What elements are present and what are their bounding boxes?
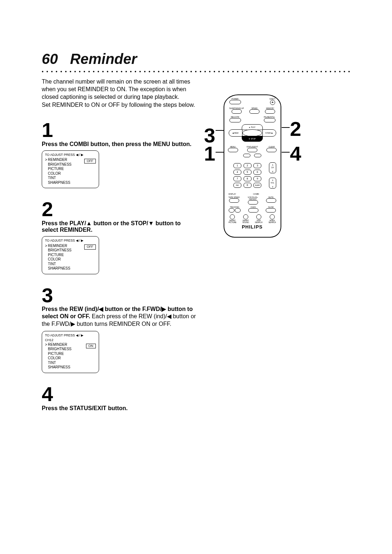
mute-button[interactable]: [266, 198, 276, 203]
step-2-number: 2: [42, 199, 350, 219]
sleep-button[interactable]: [232, 109, 242, 114]
callout-1: 1: [204, 142, 215, 165]
key-7[interactable]: 7: [233, 176, 241, 181]
tracking-down-button[interactable]: [229, 208, 234, 213]
dotted-rule: • • • • • • • • • • • • • • • • • • • • …: [42, 69, 350, 74]
key-1[interactable]: 1: [233, 163, 241, 168]
skip-search-button[interactable]: [256, 214, 261, 219]
osd-box-3: TO ADJUST PRESS ◀ / ▶ CH12 >REMINDER BRI…: [42, 331, 99, 373]
osd-item: BRIGHTNESS: [48, 162, 72, 166]
eject-button[interactable]: ⏏: [270, 100, 275, 105]
osd-item: SHARPNESS: [48, 365, 70, 369]
stop-button[interactable]: ▼ STOP: [242, 136, 263, 142]
step-2-text: Press the PLAY/▲ button or the STOP/▼ bu…: [42, 220, 198, 233]
key-0[interactable]: 0: [244, 183, 252, 188]
transport-center: [242, 129, 262, 137]
intro-paragraph-1: The channel number will remain on the sc…: [42, 78, 198, 101]
osd-item: SHARPNESS: [48, 266, 70, 270]
osd-item: TINT: [48, 361, 56, 365]
step-1-number: 1: [42, 120, 350, 140]
tracking-up-button[interactable]: [235, 208, 241, 213]
ch-vol-group: ∧ CH ∨ ∧ VOL ∨: [269, 162, 277, 193]
osd-box-1: TO ADJUST PRESS ◀ / ▶ >REMINDER BRIGHTNE…: [42, 150, 99, 188]
callout-line: [216, 152, 224, 153]
memory-button[interactable]: [265, 109, 275, 114]
step-4-text: Press the STATUS/EXIT button.: [42, 405, 350, 412]
rec-button[interactable]: [229, 118, 241, 122]
smart-sound-button[interactable]: [243, 214, 248, 219]
vcrplus-button[interactable]: [248, 200, 258, 205]
combi-button[interactable]: [254, 154, 261, 157]
osd-item: COLOR: [48, 171, 61, 175]
page-title: 60 Reminder: [42, 51, 350, 67]
osd-item: COLOR: [48, 257, 61, 261]
volume-rocker[interactable]: ∧ VOL ∨: [269, 178, 276, 189]
slow-button[interactable]: [266, 208, 276, 213]
skip-search-label: SKIP SEARCH: [255, 220, 262, 223]
key-6[interactable]: 6: [253, 170, 261, 175]
channel-rocker[interactable]: ∧ CH ∨: [269, 162, 276, 173]
osd-item: BRIGHTNESS: [48, 248, 72, 252]
smart-picture-button[interactable]: [230, 214, 235, 219]
callout-line: [282, 127, 290, 128]
osd-item: TINT: [48, 262, 56, 266]
osd-value: OFF: [84, 244, 96, 249]
callout-line: [216, 130, 224, 131]
power-button[interactable]: [229, 100, 241, 104]
speed-button[interactable]: [249, 109, 260, 114]
remote-illustration-frame: 3 1 2 4 POWER EJECT ⏏: [211, 94, 294, 238]
pause-button[interactable]: [264, 118, 275, 122]
osd-item: BRIGHTNESS: [48, 347, 72, 351]
remote-control: POWER EJECT ⏏ SLEEP/WAKE UP SPEED MEMORY: [224, 94, 281, 238]
intro-paragraph-2: Set REMINDER to ON or OFF by following t…: [42, 101, 198, 109]
vol-label: VOL: [270, 182, 275, 184]
key-9[interactable]: 9: [253, 176, 261, 181]
rew-button[interactable]: ◀ REW: [229, 129, 242, 137]
combi-label: COMBI: [253, 193, 259, 195]
osd-item: PICTURE: [48, 253, 64, 257]
osd-item: PICTURE: [48, 167, 64, 171]
key-2[interactable]: 2: [244, 163, 252, 168]
key-3[interactable]: 3: [253, 163, 261, 168]
osd-item: REMINDER: [48, 244, 67, 248]
tape-speed-button[interactable]: [229, 198, 239, 203]
osd-box-2: TO ADJUST PRESS ◀ / ▶ >REMINDER BRIGHTNE…: [42, 236, 99, 274]
osd-item: REMINDER: [48, 158, 67, 162]
clear-button[interactable]: [266, 148, 277, 152]
osd-item: PICTURE: [48, 352, 64, 356]
callout-line: [282, 152, 290, 153]
step-1-text: Press the COMBI button, then press the M…: [42, 141, 350, 147]
osd-item: REMINDER: [48, 343, 67, 347]
osd-item: TINT: [48, 176, 56, 180]
key-5[interactable]: 5: [244, 170, 252, 175]
transport-cluster: ▲ PLAY ◀ REW F.FWD ▶ ▼ STOP: [228, 124, 277, 142]
vcr-label: VCR PLUS+ INSTANT: [248, 197, 258, 200]
key-surf[interactable]: SURF: [253, 183, 261, 188]
key-fm[interactable]: FM: [233, 183, 241, 188]
osd-header: TO ADJUST PRESS ◀ / ▶: [45, 333, 96, 337]
step-3-text: Press the REW (ind)/◀ button or the F.FW…: [42, 306, 198, 328]
ch-label: CH: [270, 166, 275, 169]
index-search-button[interactable]: [270, 214, 275, 219]
smart-picture-label: SMART PICTURE: [229, 220, 237, 223]
index-search-label: INDEX SEARCH: [269, 220, 276, 223]
osd-value: OFF: [84, 159, 96, 163]
brand-logo: PHILIPS: [224, 224, 281, 230]
fadv-button[interactable]: [248, 208, 258, 213]
osd-item: SHARPNESS: [48, 181, 70, 185]
callout-4: 4: [290, 142, 301, 165]
step-3-number: 3: [42, 285, 350, 306]
osd-channel: CH12: [45, 338, 53, 342]
display-button[interactable]: [243, 154, 250, 157]
status-exit-button[interactable]: [247, 148, 257, 152]
key-4[interactable]: 4: [233, 170, 241, 175]
callout-2: 2: [290, 117, 301, 141]
number-keypad: 1 2 3 4 5 6 7 8 9 FM 0 SURF: [231, 162, 264, 189]
page-title-text: Reminder: [70, 51, 137, 67]
ffwd-button[interactable]: F.FWD ▶: [262, 129, 276, 137]
osd-item: COLOR: [48, 356, 61, 360]
key-8[interactable]: 8: [244, 176, 252, 181]
page-number: 60: [42, 51, 58, 67]
osd-value: ON: [86, 344, 96, 348]
menu-button[interactable]: [228, 148, 238, 152]
